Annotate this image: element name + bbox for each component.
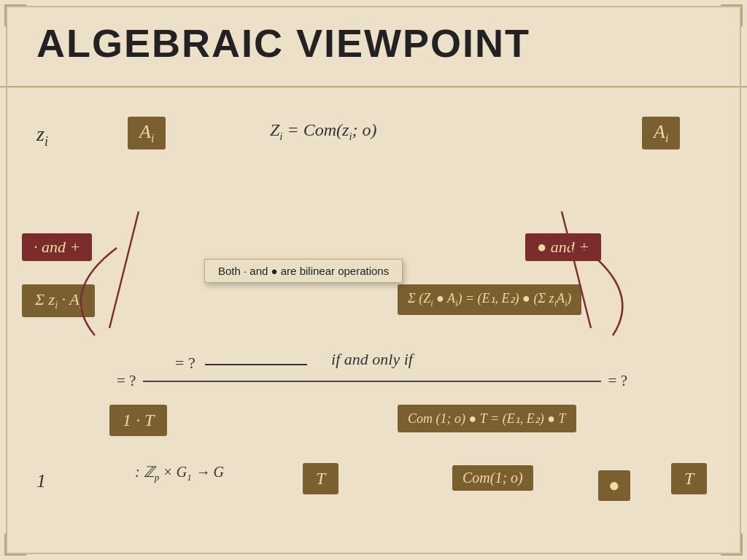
corner-decoration-bl [4,534,26,556]
left-ai-box: Ai [128,117,166,149]
title-bar: ALGEBRAIC VIEWPOINT [0,0,747,88]
left-map-label: : ℤp × G1 → G [135,463,224,483]
right-com10-box: Com(1; o) [452,465,533,491]
center-formula: Zi = Com(zi; o) [270,120,377,143]
var-zi: zi [36,122,48,149]
right-bullet: ● [598,470,630,501]
right-sum-formula: Σ (Zi ● Ai) = (E₁, E₂) ● (Σ ziAi) [398,284,581,315]
right-op-box: ● and + [525,233,601,261]
left-1T-box: 1 · T [109,405,167,436]
iff-section: if and only if = ? = ? [117,350,627,390]
left-op-box: · and + [22,233,92,261]
tooltip-bilinear: Both · and ● are bilinear operations [204,259,403,283]
left-var-1: 1 [36,470,46,492]
iff-line [143,381,600,382]
right-T-box: T [671,463,707,494]
slide: ALGEBRAIC VIEWPOINT zi Ai · and + Σ zi ·… [0,0,747,560]
left-eq-q2: = ? [117,372,136,390]
left-sum-formula: Σ zi · Ai [22,284,95,317]
right-ai-box: Ai [642,117,680,149]
iff-text: if and only if [331,350,413,369]
right-com-formula: Com (1; o) ● T = (E₁, E₂) ● T [398,405,576,432]
corner-decoration-br [721,534,743,556]
right-eq-q2: = ? [608,372,627,390]
left-T-box: T [303,463,338,494]
page-title: ALGEBRAIC VIEWPOINT [36,20,530,66]
